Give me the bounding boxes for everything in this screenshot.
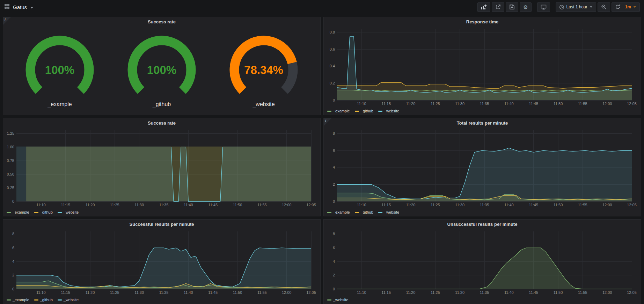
- legend-item-example[interactable]: _example: [7, 210, 29, 214]
- svg-text:11:25: 11:25: [110, 203, 119, 207]
- clock-icon: [559, 5, 564, 10]
- gauge-row: 100%_example100%_github78.34%_website: [3, 26, 320, 115]
- refresh-button[interactable]: 1m: [612, 2, 640, 12]
- legend-item-example[interactable]: _example: [7, 298, 29, 302]
- legend-label: _example: [13, 298, 29, 302]
- panel-title[interactable]: Response time: [324, 17, 641, 26]
- dashboard-title[interactable]: Gatus: [13, 4, 27, 10]
- svg-text:11:20: 11:20: [406, 203, 416, 207]
- legend-item-example[interactable]: _example: [327, 210, 350, 214]
- chart-body: 0246811:1011:1511:2011:2511:3011:3511:40…: [324, 229, 641, 296]
- svg-text:11:25: 11:25: [431, 203, 440, 207]
- legend-item-website[interactable]: _website: [378, 210, 399, 214]
- legend-label: _github: [40, 298, 53, 302]
- panel-total-results: i Total results per minute 0246811:1011:…: [323, 118, 641, 216]
- zoom-out-button[interactable]: [598, 2, 610, 12]
- chevron-down-icon: [590, 6, 593, 8]
- legend-item-website[interactable]: _website: [58, 298, 79, 302]
- chart-canvas[interactable]: 0246811:1011:1511:2011:2511:3011:3511:40…: [3, 229, 320, 296]
- svg-text:11:35: 11:35: [159, 203, 169, 207]
- svg-text:11:55: 11:55: [578, 290, 587, 295]
- svg-text:0: 0: [333, 199, 335, 203]
- panel-title-text: Success rate: [148, 120, 176, 126]
- refresh-interval-label[interactable]: 1m: [625, 5, 631, 9]
- svg-text:12:00: 12:00: [282, 290, 292, 295]
- legend-item-github[interactable]: _github: [34, 210, 53, 214]
- chevron-down-icon[interactable]: [30, 4, 34, 10]
- svg-text:11:40: 11:40: [504, 102, 514, 106]
- legend-item-website[interactable]: _website: [327, 298, 348, 302]
- legend-label: _website: [64, 298, 79, 302]
- panel-title[interactable]: Successful results per minute: [3, 220, 320, 229]
- legend-item-github[interactable]: _github: [355, 109, 373, 113]
- svg-text:11:20: 11:20: [86, 290, 95, 295]
- chart-canvas[interactable]: 0246811:1011:1511:2011:2511:3011:3511:40…: [324, 229, 641, 296]
- svg-text:11:50: 11:50: [233, 290, 242, 295]
- panel-title-text: Successful results per minute: [130, 222, 194, 227]
- zoom-out-icon: [601, 4, 607, 10]
- info-icon[interactable]: i: [3, 17, 11, 25]
- legend-label: _example: [333, 109, 350, 113]
- svg-text:100%: 100%: [45, 64, 74, 76]
- svg-text:12:05: 12:05: [627, 102, 637, 106]
- info-icon[interactable]: i: [324, 118, 331, 126]
- svg-text:0.6: 0.6: [330, 47, 335, 51]
- svg-text:11:55: 11:55: [578, 203, 587, 207]
- svg-text:0.8: 0.8: [330, 30, 335, 34]
- cycle-view-button[interactable]: [537, 2, 550, 12]
- gauge-arc: 100%: [116, 34, 207, 101]
- svg-text:11:20: 11:20: [86, 203, 95, 207]
- legend-item-github[interactable]: _github: [355, 210, 373, 214]
- svg-text:12:00: 12:00: [602, 290, 612, 295]
- svg-text:6: 6: [333, 246, 335, 250]
- svg-text:0.75: 0.75: [7, 158, 14, 163]
- legend-swatch: [34, 212, 38, 213]
- legend-swatch: [327, 299, 331, 301]
- apps-grid-icon[interactable]: [4, 3, 10, 10]
- svg-text:4: 4: [12, 259, 14, 264]
- svg-text:11:40: 11:40: [184, 203, 193, 207]
- svg-text:11:50: 11:50: [233, 203, 242, 207]
- save-button[interactable]: [506, 2, 518, 12]
- svg-text:11:15: 11:15: [381, 290, 391, 295]
- svg-text:11:55: 11:55: [578, 102, 587, 106]
- legend-swatch: [378, 212, 382, 213]
- time-range-picker[interactable]: Last 1 hour: [556, 2, 596, 12]
- gauge-arc: 100%: [14, 34, 105, 101]
- chart-canvas[interactable]: 0246811:1011:1511:2011:2511:3011:3511:40…: [324, 127, 641, 208]
- gauge-arc: 78.34%: [218, 34, 309, 101]
- panel-title-text: Total results per minute: [457, 120, 508, 126]
- svg-text:12:00: 12:00: [602, 102, 612, 106]
- legend-item-example[interactable]: _example: [327, 109, 350, 113]
- svg-text:11:40: 11:40: [184, 290, 193, 295]
- legend-swatch: [327, 212, 331, 213]
- panel-title[interactable]: Unsuccessful results per minute: [324, 220, 641, 229]
- gauge-example: 100%_example: [14, 34, 105, 107]
- legend-item-website[interactable]: _website: [378, 109, 399, 113]
- chart-canvas[interactable]: 00.250.500.751.001.2511:1011:1511:2011:2…: [3, 127, 320, 208]
- svg-text:8: 8: [333, 131, 335, 135]
- panel-title[interactable]: Success rate: [3, 118, 320, 127]
- legend-item-github[interactable]: _github: [34, 298, 53, 302]
- svg-text:11:30: 11:30: [455, 203, 464, 207]
- svg-text:1.25: 1.25: [7, 131, 14, 135]
- legend-swatch: [58, 299, 62, 301]
- svg-text:0.50: 0.50: [7, 172, 14, 176]
- legend-label: _website: [333, 298, 348, 302]
- legend-item-website[interactable]: _website: [58, 210, 79, 214]
- svg-text:11:30: 11:30: [134, 203, 144, 207]
- legend-label: _website: [64, 210, 79, 214]
- chart-canvas[interactable]: 00.20.40.60.811:1011:1511:2011:2511:3011…: [324, 26, 641, 107]
- monitor-icon: [541, 4, 547, 10]
- legend-swatch: [327, 111, 331, 112]
- dashboard-nav: Gatus: [4, 3, 34, 10]
- divider: [623, 5, 623, 10]
- add-panel-button[interactable]: [477, 2, 490, 12]
- settings-button[interactable]: ⚙: [520, 2, 531, 12]
- share-button[interactable]: [492, 2, 504, 12]
- chart-legend: _example_github_website: [324, 107, 641, 115]
- svg-text:11:45: 11:45: [208, 290, 218, 295]
- panel-title[interactable]: Total results per minute: [324, 118, 641, 127]
- svg-text:0: 0: [12, 287, 14, 291]
- panel-title[interactable]: Success rate: [3, 17, 320, 26]
